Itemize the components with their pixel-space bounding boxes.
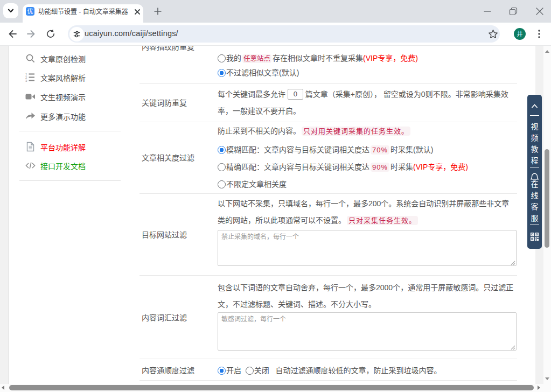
svg-text:3: 3	[25, 79, 27, 82]
